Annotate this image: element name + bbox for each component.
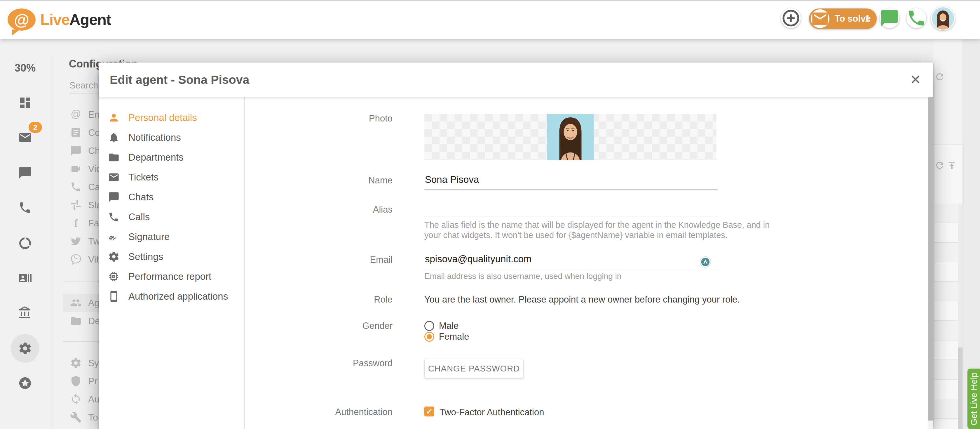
config-item-label: Au	[88, 394, 100, 405]
svg-text:@: @	[71, 108, 81, 120]
agent-photo[interactable]	[547, 114, 594, 160]
name-input[interactable]	[424, 170, 718, 190]
twitter-icon	[70, 235, 82, 247]
modal-scrollbar[interactable]	[928, 97, 933, 429]
photo-label: Photo	[276, 113, 393, 124]
config-item-label: De	[88, 316, 100, 327]
edit-agent-modal: Edit agent - Sona Pisova Personal detail…	[99, 62, 933, 429]
sidebar-item-envelope-icon[interactable]	[18, 131, 32, 145]
chat-icon	[70, 145, 82, 156]
config-item-label: Ch	[88, 145, 100, 156]
alias-input[interactable]	[424, 199, 718, 217]
sidebar-item-star-circle-icon[interactable]	[18, 376, 32, 390]
sidebar-item-dashboard-icon[interactable]	[18, 96, 32, 110]
config-item-label: Ca	[88, 182, 100, 193]
table-scrollbar-thumb[interactable]	[958, 348, 963, 429]
table-row	[934, 282, 958, 301]
password-label: Password	[276, 358, 393, 368]
to-solve-count: 1	[865, 8, 870, 29]
config-item-label: Tw	[88, 236, 100, 247]
facebook-icon: f	[70, 217, 82, 229]
modal-nav-label: Tickets	[129, 172, 159, 183]
modal-nav-label: Departments	[129, 152, 184, 163]
sidebar-item-chat-icon[interactable]	[18, 166, 32, 180]
sidebar-item-bank-icon[interactable]	[18, 306, 32, 320]
modal-nav-calls[interactable]: Calls	[99, 207, 244, 227]
add-button[interactable]	[781, 8, 801, 28]
config-item-label: To	[88, 412, 98, 423]
table-row	[934, 341, 958, 360]
modal-nav-label: Authorized applications	[129, 291, 228, 302]
mail-badge: 2	[29, 122, 42, 133]
radio-icon[interactable]	[424, 321, 434, 331]
liveagent-logo[interactable]: @ LiveAgent	[8, 7, 142, 33]
modal-nav-tickets[interactable]: Tickets	[99, 167, 244, 187]
signature-icon	[108, 231, 120, 243]
modal-nav-personal-details[interactable]: Personal details	[99, 108, 244, 128]
modal-nav-divider	[244, 97, 245, 429]
config-item-label: Ag	[88, 298, 100, 308]
get-live-help-button[interactable]: Get Live Help	[967, 368, 980, 429]
gender-option-female[interactable]: Female	[424, 332, 469, 342]
modal-header: Edit agent - Sona Pisova	[99, 62, 933, 97]
config-item-label: Fa	[88, 218, 99, 229]
modal-nav-departments[interactable]: Departments	[99, 147, 244, 167]
radio-icon[interactable]	[424, 332, 434, 342]
at-icon: @	[70, 108, 82, 120]
table-row	[934, 243, 958, 262]
avatar-image	[932, 7, 954, 29]
background-table	[934, 204, 958, 429]
table-row	[934, 301, 958, 321]
people-icon	[70, 297, 82, 309]
sidebar-item-gear-icon[interactable]	[18, 341, 32, 356]
email-label: Email	[276, 255, 393, 265]
folder-icon	[108, 152, 120, 163]
password-manager-icon[interactable]	[700, 256, 711, 268]
modal-nav-chats[interactable]: Chats	[99, 187, 244, 207]
modal-nav-label: Settings	[129, 251, 163, 262]
modal-scrollbar-thumb[interactable]	[928, 97, 933, 421]
to-solve-button[interactable]: To solve 1	[809, 8, 877, 29]
alias-label: Alias	[276, 204, 393, 215]
table-row	[934, 262, 958, 282]
wrench-icon	[70, 411, 82, 423]
phone-icon	[108, 211, 120, 223]
modal-nav-authorized-applications[interactable]: Authorized applications	[99, 287, 244, 306]
modal-nav-label: Performance report	[129, 271, 211, 282]
email-input[interactable]	[424, 249, 718, 269]
chats-button[interactable]	[880, 8, 899, 28]
calls-button[interactable]	[907, 8, 926, 28]
table-row	[934, 399, 958, 419]
refresh-icon[interactable]	[934, 160, 945, 171]
sidebar-item-contact-card-icon[interactable]	[18, 271, 32, 285]
two-factor-checkbox[interactable]: ✓	[424, 407, 434, 416]
role-text: You are the last owner. Please appoint a…	[424, 294, 740, 305]
close-icon[interactable]	[907, 71, 924, 88]
sidebar-item-data-usage-icon[interactable]	[18, 236, 32, 250]
document-icon	[70, 127, 82, 139]
modal-nav-signature[interactable]: Signature	[99, 227, 244, 247]
modal-nav-performance-report[interactable]: Performance report	[99, 266, 244, 287]
person-icon	[108, 112, 120, 124]
two-factor-label: Two-Factor Authentication	[439, 407, 544, 418]
table-scrollbar[interactable]	[958, 204, 963, 429]
at-glyph: @	[14, 12, 29, 27]
gender-option-label: Male	[439, 321, 458, 331]
change-password-button[interactable]: CHANGE PASSWORD	[424, 359, 523, 378]
gear-icon	[70, 357, 82, 369]
viber-icon	[70, 254, 82, 265]
refresh-icon[interactable]	[934, 72, 945, 82]
profile-avatar[interactable]	[931, 6, 955, 30]
chip-icon	[108, 271, 120, 282]
modal-nav-notifications[interactable]: Notifications	[99, 128, 244, 147]
upload-icon[interactable]	[947, 160, 957, 171]
top-app-bar: @ LiveAgent To solve 1	[0, 0, 980, 39]
table-row	[934, 360, 958, 380]
modal-nav-label: Signature	[129, 231, 170, 242]
modal-nav-settings[interactable]: Settings	[99, 247, 244, 266]
folder-icon	[70, 315, 82, 327]
phone-icon	[70, 181, 82, 193]
envelope-icon	[811, 10, 829, 28]
gender-option-male[interactable]: Male	[424, 321, 458, 331]
sidebar-item-phone-icon[interactable]	[18, 201, 32, 215]
